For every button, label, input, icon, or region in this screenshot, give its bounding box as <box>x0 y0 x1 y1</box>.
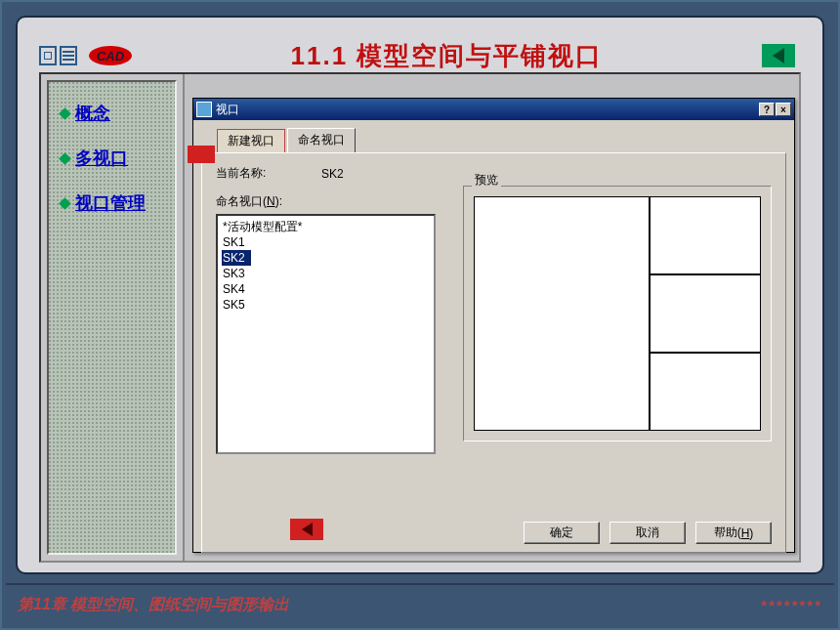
calc-icon[interactable] <box>39 46 57 65</box>
list-item[interactable]: *活动模型配置* <box>222 219 430 234</box>
sidebar-item-concept[interactable]: 概念 <box>61 102 146 125</box>
nav-prev-button[interactable] <box>762 44 795 67</box>
preview-fieldset: 预览 <box>463 186 772 441</box>
sidebar-item-label: 概念 <box>75 102 110 125</box>
list-item[interactable]: SK5 <box>222 297 430 313</box>
preview-pane-right-mid <box>651 275 760 354</box>
active-marker <box>188 146 215 163</box>
arrow-left-icon <box>773 48 784 63</box>
sidebar-item-multiview[interactable]: 多视口 <box>61 147 146 170</box>
dialog-title: 视口 <box>216 102 759 118</box>
bullet-icon <box>59 152 71 165</box>
footer: 第11章 模型空间、图纸空间与图形输出 ******** <box>6 583 834 624</box>
back-button[interactable] <box>290 519 323 540</box>
footer-text: 第11章 模型空间、图纸空间与图形输出 <box>18 595 289 615</box>
content-area: 概念 多视口 视口管理 视口 <box>39 72 801 563</box>
header-icons <box>39 46 77 65</box>
page-title: 11.1 模型空间与平铺视口 <box>132 39 762 73</box>
header-bar: CAD 11.1 模型空间与平铺视口 <box>39 37 801 74</box>
inner-frame: CAD 11.1 模型空间与平铺视口 概念 多视口 <box>16 16 824 574</box>
preview-pane-left <box>475 197 651 430</box>
bottom-nav <box>290 519 323 540</box>
help-button[interactable]: ? <box>759 103 775 116</box>
sidebar-item-label: 多视口 <box>75 147 128 170</box>
list-label: 命名视口(N): <box>216 193 436 210</box>
current-name-value: SK2 <box>321 167 344 181</box>
viewport-dialog: 视口 ? × 新建视口 命名视口 当前名称: SK2 <box>192 98 795 553</box>
preview-pane-right-bot <box>651 354 760 430</box>
sidebar: 概念 多视口 视口管理 <box>41 74 183 561</box>
cad-logo: CAD <box>89 46 132 65</box>
menu-icon[interactable] <box>60 46 77 65</box>
cancel-button[interactable]: 取消 <box>609 522 686 544</box>
sidebar-item-viewmgmt[interactable]: 视口管理 <box>61 191 146 215</box>
sidebar-item-label: 视口管理 <box>75 191 146 215</box>
close-button[interactable]: × <box>776 103 791 116</box>
list-item[interactable]: SK1 <box>222 234 430 250</box>
viewport-listbox[interactable]: *活动模型配置* SK1 SK2 SK3 SK4 SK5 <box>216 214 436 454</box>
ok-button[interactable]: 确定 <box>524 522 600 544</box>
dialog-titlebar[interactable]: 视口 ? × <box>193 99 794 120</box>
main-area: 视口 ? × 新建视口 命名视口 当前名称: SK2 <box>183 74 799 561</box>
tab-named-viewport[interactable]: 命名视口 <box>287 128 356 152</box>
current-name-label: 当前名称: <box>216 165 321 182</box>
app-frame: CAD 11.1 模型空间与平铺视口 概念 多视口 <box>0 0 840 630</box>
preview-pane-right-top <box>651 197 760 275</box>
bullet-icon <box>59 197 71 210</box>
list-item[interactable]: SK4 <box>222 281 430 297</box>
arrow-left-icon <box>302 523 313 536</box>
list-item[interactable]: SK3 <box>222 266 430 281</box>
tabs: 新建视口 命名视口 <box>193 120 794 152</box>
preview-box <box>474 196 761 431</box>
preview-label: 预览 <box>472 172 501 189</box>
tab-new-viewport[interactable]: 新建视口 <box>217 129 285 153</box>
list-item[interactable]: SK2 <box>222 250 251 266</box>
help-button[interactable]: 帮助(H) <box>695 522 772 544</box>
bullet-icon <box>59 107 71 120</box>
footer-stars: ******** <box>761 597 822 613</box>
dialog-icon <box>196 102 212 117</box>
tab-panel: 当前名称: SK2 命名视口(N): *活动模型配置* SK1 SK2 SK3 <box>201 152 786 553</box>
